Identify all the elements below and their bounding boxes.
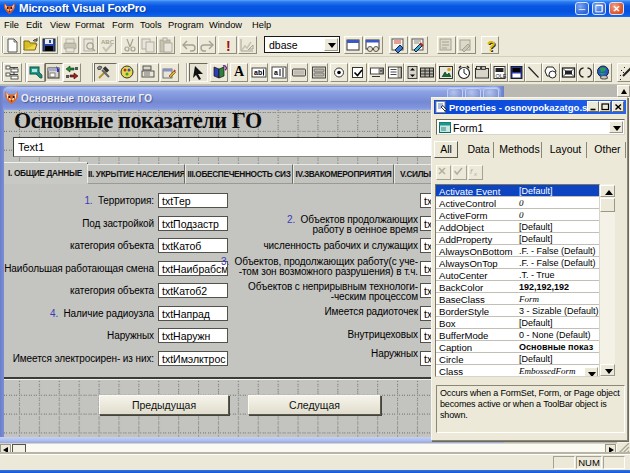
svg-text:OLE: OLE	[496, 73, 507, 79]
svg-text:f: f	[470, 167, 473, 176]
svg-text:a: a	[274, 69, 278, 76]
svg-text:ab: ab	[254, 69, 262, 76]
svg-text:ABC: ABC	[101, 39, 115, 45]
svg-text:x: x	[473, 171, 478, 177]
